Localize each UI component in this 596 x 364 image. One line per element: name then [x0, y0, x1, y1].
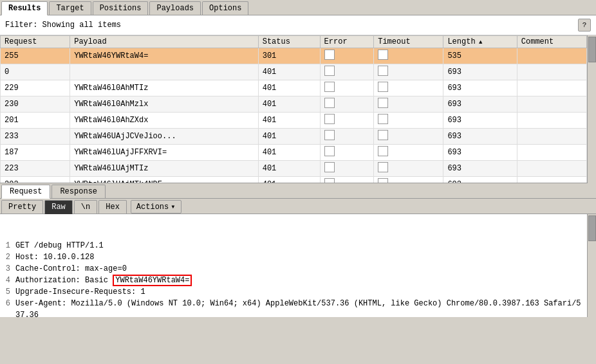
table-row[interactable]: 0401693	[1, 64, 587, 80]
checkbox[interactable]	[378, 82, 388, 92]
line-content: User-Agent: Mozilla/5.0 (Windows NT 10.0…	[15, 298, 584, 317]
cell-length: 693	[443, 64, 517, 80]
filter-bar: Filter: Showing all items ?	[0, 15, 596, 35]
cell-request: 0	[1, 64, 70, 80]
cell-status: 401	[258, 161, 320, 177]
cell-timeout	[374, 96, 443, 113]
line-content: GET /debug HTTP/1.1	[15, 240, 584, 251]
checkbox[interactable]	[378, 130, 388, 140]
cell-length: 693	[443, 129, 517, 145]
tab-payloads[interactable]: Payloads	[149, 1, 201, 15]
cell-comment	[517, 113, 586, 129]
subtab-pretty[interactable]: Pretty	[1, 200, 43, 214]
subtab-n[interactable]: \n	[74, 200, 97, 214]
checkbox[interactable]	[378, 178, 388, 183]
col-timeout[interactable]: Timeout	[374, 36, 443, 48]
actions-button[interactable]: Actions ▾	[131, 200, 182, 214]
checkbox[interactable]	[324, 162, 335, 172]
panel-tab-request[interactable]: Request	[1, 185, 50, 199]
cell-request: 230	[1, 96, 70, 113]
checkbox[interactable]	[378, 98, 388, 108]
actions-label: Actions	[136, 203, 169, 212]
cell-request: 223	[1, 161, 70, 177]
line-number: 6	[5, 298, 15, 317]
subtab-raw[interactable]: Raw	[44, 200, 73, 214]
cell-length: 693	[443, 145, 517, 161]
cell-error	[320, 113, 374, 129]
cell-payload: YWRtaW46l0AhMTIz	[70, 80, 258, 96]
line-content: Cache-Control: max-age=0	[15, 263, 584, 275]
cell-length: 693	[443, 177, 517, 184]
cell-error	[320, 96, 374, 113]
cell-timeout	[374, 129, 443, 145]
checkbox[interactable]	[324, 82, 335, 92]
cell-status: 401	[258, 96, 320, 113]
table-row[interactable]: 223YWRtaW46lUAjMTIz401693	[1, 161, 587, 177]
cell-payload: YWRtaW46UAjJCVeJioo...	[70, 129, 258, 145]
cell-status: 401	[258, 145, 320, 161]
line-number: 3	[5, 263, 15, 275]
table-row[interactable]: 229YWRtaW46l0AhMTIz401693	[1, 80, 587, 96]
cell-status: 401	[258, 64, 320, 80]
table-row[interactable]: 293YWRtaW46lUAjMTk4NDE...401693	[1, 177, 587, 184]
http-scrollbar-thumb[interactable]	[588, 215, 596, 241]
cell-request: 233	[1, 129, 70, 145]
line-number: 5	[5, 286, 15, 298]
checkbox[interactable]	[324, 130, 335, 140]
checkbox[interactable]	[378, 162, 388, 172]
help-button[interactable]: ?	[578, 19, 591, 32]
checkbox[interactable]	[378, 114, 388, 124]
col-error[interactable]: Error	[320, 36, 374, 48]
cell-error	[320, 161, 374, 177]
cell-comment	[517, 177, 586, 184]
http-line: 4Authorization: Basic YWRtaW46YWRtaW4=	[5, 275, 584, 286]
http-content-area[interactable]: 1GET /debug HTTP/1.12Host: 10.10.0.1283C…	[0, 214, 596, 317]
checkbox[interactable]	[324, 50, 335, 60]
table-row[interactable]: 233YWRtaW46UAjJCVeJioo...401693	[1, 129, 587, 145]
scrollbar-thumb[interactable]	[588, 37, 596, 62]
checkbox[interactable]	[324, 98, 335, 108]
panel-tab-bar: Request Response	[0, 183, 596, 199]
col-length[interactable]: Length	[443, 36, 517, 48]
cell-comment	[517, 80, 586, 96]
table-row[interactable]: 230YWRtaW46l0AhMzlx401693	[1, 96, 587, 113]
col-request[interactable]: Request	[1, 36, 70, 48]
cell-comment	[517, 145, 586, 161]
col-comment[interactable]: Comment	[517, 36, 586, 48]
panel-tab-response[interactable]: Response	[51, 185, 106, 198]
cell-timeout	[374, 80, 443, 96]
tab-target[interactable]: Target	[49, 1, 91, 15]
checkbox[interactable]	[378, 66, 388, 76]
table-row[interactable]: 201YWRtaW46l0AhZXdx401693	[1, 113, 587, 129]
table-row[interactable]: 187YWRtaW46lUAjJFFXRVI=401693	[1, 145, 587, 161]
checkbox[interactable]	[324, 114, 335, 124]
tab-positions[interactable]: Positions	[93, 1, 149, 15]
cell-status: 401	[258, 80, 320, 96]
line-content: Upgrade-Insecure-Requests: 1	[15, 286, 584, 298]
chevron-down-icon: ▾	[171, 202, 175, 212]
table-row[interactable]: 255YWRtaW46YWRtaW4=301535	[1, 48, 587, 64]
cell-comment	[517, 129, 586, 145]
cell-length: 693	[443, 96, 517, 113]
cell-status: 401	[258, 177, 320, 184]
http-line: 6User-Agent: Mozilla/5.0 (Windows NT 10.…	[5, 298, 584, 317]
tab-options[interactable]: Options	[202, 1, 248, 15]
results-scrollbar[interactable]	[587, 35, 596, 183]
cell-payload: YWRtaW46lUAjMTIz	[70, 161, 258, 177]
col-status[interactable]: Status	[258, 36, 320, 48]
subtab-hex[interactable]: Hex	[98, 200, 127, 214]
cell-timeout	[374, 64, 443, 80]
tab-results[interactable]: Results	[1, 1, 48, 15]
http-scrollbar[interactable]	[587, 214, 596, 317]
checkbox[interactable]	[324, 178, 335, 183]
checkbox[interactable]	[324, 146, 335, 156]
checkbox[interactable]	[378, 146, 388, 156]
cell-timeout	[374, 145, 443, 161]
col-payload[interactable]: Payload	[70, 36, 258, 48]
cell-timeout	[374, 161, 443, 177]
results-container: Request Payload Status Error Timeout Len…	[0, 35, 596, 183]
cell-payload: YWRtaW46lUAjJFFXRVI=	[70, 145, 258, 161]
checkbox[interactable]	[324, 66, 335, 76]
checkbox[interactable]	[378, 50, 388, 60]
results-table-scroll[interactable]: Request Payload Status Error Timeout Len…	[0, 35, 596, 183]
